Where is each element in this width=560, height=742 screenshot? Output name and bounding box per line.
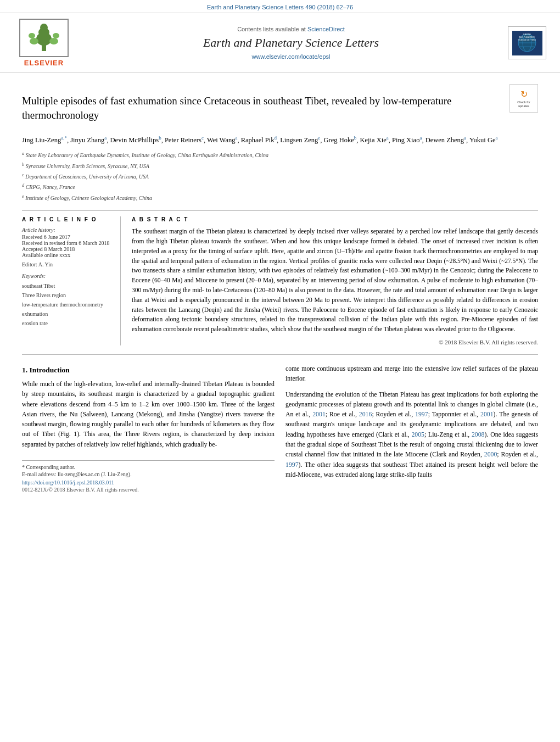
earth-logo-box: EARTH AND PLANETARY SCIENCE LETTERS — [508, 26, 546, 59]
intro-paragraph-1: While much of the high-elevation, low-re… — [22, 379, 275, 449]
issn-line: 0012-821X/© 2018 Elsevier B.V. All right… — [22, 487, 275, 493]
received-date: Received 6 June 2017 — [22, 234, 114, 240]
svg-text:EARTH: EARTH — [523, 33, 531, 36]
ref-2001a[interactable]: 2001 — [312, 410, 326, 418]
check-updates-label: Check forupdates — [517, 101, 530, 108]
journal-title-center: Contents lists available at ScienceDirec… — [88, 26, 494, 60]
footnote-area: * Corresponding author. E-mail address: … — [22, 460, 275, 493]
history-label: Article history: — [22, 227, 114, 233]
authors-line: Jing Liu-Zenga,*, Jinyu Zhanga, Devin Mc… — [22, 134, 538, 146]
article-history-block: Article history: Received 6 June 2017 Re… — [22, 227, 114, 267]
svg-text:SCIENCE LETTERS: SCIENCE LETTERS — [518, 38, 536, 41]
check-for-updates-badge: ↻ Check forupdates — [509, 84, 538, 113]
body-left-column: 1. Introduction While much of the high-e… — [22, 364, 275, 493]
affiliation-c: c Department of Geosciences, University … — [22, 171, 538, 181]
keyword-1: southeast Tibet — [22, 281, 114, 291]
ref-2001b[interactable]: 2001 — [480, 410, 494, 418]
ref-1997a[interactable]: 1997 — [415, 410, 428, 418]
intro-paragraph-right-1: come more continuous upstream and merge … — [285, 364, 538, 384]
section-divider — [22, 354, 538, 355]
elsevier-logo-box — [19, 19, 69, 57]
ref-2016[interactable]: 2016 — [359, 410, 372, 418]
corresponding-author-note: * Corresponding author. — [22, 464, 275, 470]
affiliation-b: b Syracuse University, Earth Sciences, S… — [22, 161, 538, 171]
keyword-2: Three Rivers region — [22, 291, 114, 300]
keyword-5: erosion rate — [22, 319, 114, 328]
journal-name: Earth and Planetary Science Letters — [88, 36, 494, 50]
email-note: E-mail address: liu-zeng@ies.ac.cn (J. L… — [22, 471, 275, 477]
top-bar: Earth and Planetary Science Letters 490 … — [0, 0, 560, 13]
doi-link[interactable]: https://doi.org/10.1016/j.epsl.2018.03.0… — [22, 479, 275, 486]
keyword-4: exhumation — [22, 309, 114, 319]
affiliation-d: d CRPG, Nancy, France — [22, 182, 538, 192]
authors-text: Jing Liu-Zenga,*, Jinyu Zhanga, Devin Mc… — [22, 136, 497, 144]
svg-point-4 — [30, 38, 38, 44]
check-updates-icon: ↻ — [520, 89, 528, 99]
svg-point-3 — [40, 24, 48, 31]
keyword-3: low-temperature thermochronometry — [22, 300, 114, 309]
paper-content: Multiple episodes of fast exhumation sin… — [0, 83, 560, 355]
article-info-heading: A R T I C L E I N F O — [22, 216, 114, 222]
accepted-date: Accepted 8 March 2018 — [22, 246, 114, 252]
keywords-label: Keywords: — [22, 273, 114, 279]
abstract-column: A B S T R A C T The southeast margin of … — [132, 216, 538, 345]
article-info-column: A R T I C L E I N F O Article history: R… — [22, 216, 121, 345]
intro-paragraph-right-2: Understanding the evolution of the Tibet… — [285, 389, 538, 480]
contents-available-text: Contents lists available at — [237, 26, 306, 32]
available-online: Available online xxxx — [22, 252, 114, 258]
abstract-heading: A B S T R A C T — [132, 216, 538, 222]
contents-available-line: Contents lists available at ScienceDirec… — [88, 26, 494, 32]
elsevier-logo: ELSEVIER — [11, 19, 77, 67]
earth-planetary-logo: EARTH AND PLANETARY SCIENCE LETTERS — [505, 26, 549, 59]
ref-2005[interactable]: 2005 — [411, 431, 424, 438]
article-title: Multiple episodes of fast exhumation sin… — [22, 94, 504, 122]
ref-2000[interactable]: 2000 — [484, 450, 497, 458]
keywords-block: Keywords: southeast Tibet Three Rivers r… — [22, 273, 114, 328]
editor-info: Editor: A. Yin — [22, 261, 114, 267]
science-direct-link[interactable]: ScienceDirect — [307, 26, 345, 32]
keywords-list: southeast Tibet Three Rivers region low-… — [22, 281, 114, 328]
copyright-line: © 2018 Elsevier B.V. All rights reserved… — [132, 339, 538, 345]
svg-point-6 — [29, 33, 35, 38]
body-two-col: 1. Introduction While much of the high-e… — [0, 364, 560, 493]
earth-logo-icon: EARTH AND PLANETARY SCIENCE LETTERS — [512, 31, 542, 55]
journal-reference: Earth and Planetary Science Letters 490 … — [207, 4, 353, 10]
abstract-text: The southeast margin of the Tibetan plat… — [132, 227, 538, 334]
affiliations-block: a State Key Laboratory of Earthquake Dyn… — [22, 150, 538, 203]
ref-1997b[interactable]: 1997 — [285, 461, 299, 468]
introduction-heading: 1. Introduction — [22, 366, 275, 375]
elsevier-brand-text: ELSEVIER — [24, 59, 64, 67]
journal-url[interactable]: www.elsevier.com/locate/epsl — [88, 53, 494, 60]
received-revised-date: Received in revised form 6 March 2018 — [22, 240, 114, 246]
affiliation-a: a State Key Laboratory of Earthquake Dyn… — [22, 150, 538, 160]
svg-point-5 — [49, 38, 58, 44]
svg-text:AND PLANETARY: AND PLANETARY — [519, 36, 535, 38]
elsevier-tree-icon — [22, 21, 66, 54]
affiliation-e: e Institute of Geology, Chinese Geologic… — [22, 193, 538, 203]
article-info-abstract-section: A R T I C L E I N F O Article history: R… — [22, 210, 538, 345]
body-right-column: come more continuous upstream and merge … — [285, 364, 538, 493]
ref-2008[interactable]: 2008 — [472, 431, 485, 438]
svg-point-7 — [53, 33, 59, 38]
journal-header: ELSEVIER Contents lists available at Sci… — [0, 13, 560, 73]
